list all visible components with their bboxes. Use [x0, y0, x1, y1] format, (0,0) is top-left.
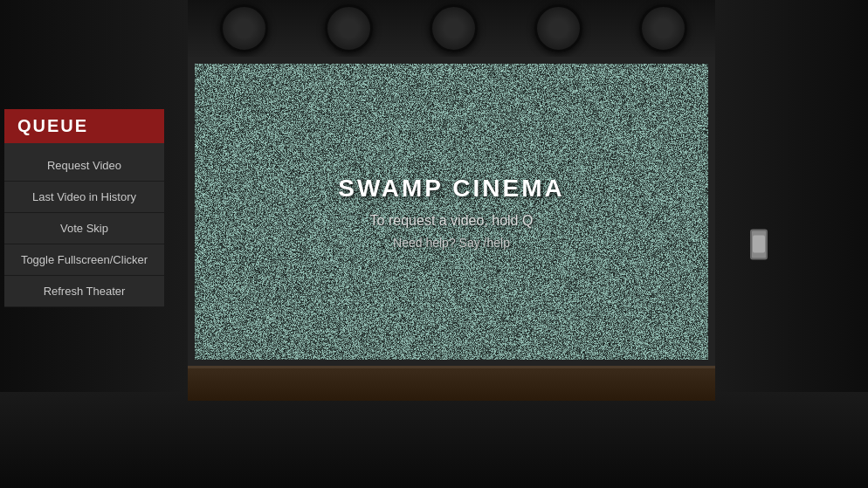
- toggle-fullscreen-button[interactable]: Toggle Fullscreen/Clicker: [4, 244, 164, 276]
- sidebar-divider: [4, 143, 164, 150]
- sidebar-panel: QUEUE Request Video Last Video in Histor…: [4, 109, 164, 307]
- speaker-2: [325, 4, 373, 52]
- vote-skip-button[interactable]: Vote Skip: [4, 213, 164, 244]
- speaker-3: [430, 4, 478, 52]
- theater-floor: [0, 392, 868, 488]
- stage: [188, 366, 715, 401]
- screen-title: SWAMP CINEMA: [338, 175, 565, 203]
- speaker-5: [639, 4, 687, 52]
- screen-subtitle: To request a video, hold Q: [338, 213, 565, 229]
- request-video-button[interactable]: Request Video: [4, 150, 164, 182]
- speaker-4: [534, 4, 582, 52]
- theater-background: SWAMP CINEMA To request a video, hold Q …: [0, 0, 868, 488]
- last-video-history-button[interactable]: Last Video in History: [4, 182, 164, 213]
- screen: SWAMP CINEMA To request a video, hold Q …: [195, 64, 708, 360]
- speakers-row: [192, 4, 715, 52]
- refresh-theater-button[interactable]: Refresh Theater: [4, 276, 164, 307]
- screen-overlay-text: SWAMP CINEMA To request a video, hold Q …: [338, 175, 565, 250]
- light-switch[interactable]: [750, 229, 768, 259]
- queue-header: QUEUE: [4, 109, 164, 143]
- screen-container: SWAMP CINEMA To request a video, hold Q …: [188, 57, 715, 367]
- speaker-1: [220, 4, 268, 52]
- light-switch-toggle: [753, 235, 765, 252]
- screen-help: Need help? Say /help: [338, 236, 565, 250]
